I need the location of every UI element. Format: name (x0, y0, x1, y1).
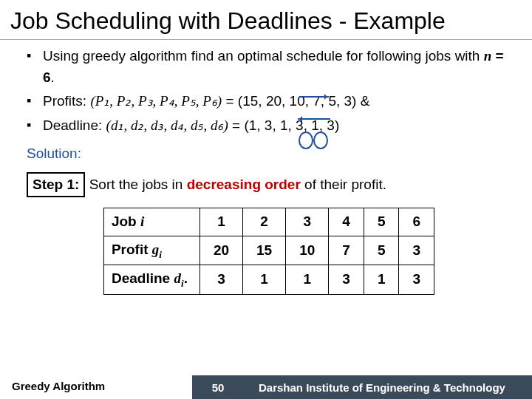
cell: 3 (200, 265, 242, 295)
cell: 3 (399, 236, 434, 265)
cell: 3 (399, 265, 434, 295)
footer-right: Darshan Institute of Engineering & Techn… (244, 375, 532, 399)
var-n: n (484, 48, 492, 64)
cell: 2 (243, 208, 286, 236)
page-title: Job Scheduling with Deadlines - Example (0, 0, 532, 39)
solution-label: Solution: (27, 143, 511, 165)
eq: = (228, 117, 245, 133)
amp: & (356, 93, 369, 109)
cell: 4 (329, 208, 364, 236)
cell: 5 (364, 236, 399, 265)
deadlines-lhs: (d₁, d₂, d₃, d₄, d₅, d₆) (106, 117, 228, 133)
content-area: Using greedy algorithm find an optimal s… (0, 46, 532, 295)
row-label-job: Job i (103, 208, 200, 236)
table-row: Profit gi 20 15 10 7 5 3 (103, 236, 434, 265)
cell: 7 (329, 236, 364, 265)
cell: 15 (243, 236, 286, 265)
cell: 3 (329, 265, 364, 295)
step1-post: of their profit. (301, 177, 386, 192)
eq: = (491, 48, 503, 64)
bullet-deadlines: Deadline: (d₁, d₂, d₃, d₄, d₅, d₆) = (1,… (27, 115, 511, 137)
cell: 1 (286, 265, 329, 295)
row-label-profit: Profit gi (103, 236, 200, 265)
footer-left: Greedy Algorithm (0, 375, 192, 399)
cell: 1 (243, 265, 286, 295)
title-underline (0, 39, 532, 40)
profits-rhs: (15, 20, 10, 7, 5, 3) (238, 93, 357, 109)
table-row: Job i 1 2 3 4 5 6 (103, 208, 434, 236)
cell: 1 (364, 265, 399, 295)
cell: 5 (364, 208, 399, 236)
text: . (51, 69, 55, 85)
jobs-table: Job i 1 2 3 4 5 6 Profit gi 20 15 10 7 5… (103, 208, 434, 295)
cell: 3 (286, 208, 329, 236)
step1-emph: decreasing order (187, 177, 301, 192)
bullet-profits: Profits: (P₁, P₂, P₃, P₄, P₅, P₆) = (15,… (27, 91, 511, 112)
text: Using greedy algorithm find an optimal s… (43, 48, 484, 64)
footer: Greedy Algorithm 50 Darshan Institute of… (0, 375, 532, 399)
eq: = (222, 93, 238, 109)
label: Profits: (43, 93, 90, 109)
profits-lhs: (P₁, P₂, P₃, P₄, P₅, P₆) (90, 93, 222, 109)
step1-row: Step 1: Sort the jobs in decreasing orde… (27, 172, 511, 198)
cell: 20 (200, 236, 242, 265)
cell: 1 (200, 208, 242, 236)
step1-box: Step 1: (27, 172, 85, 198)
deadlines-rhs: (1, 3, 1, 3, 1, 3) (244, 117, 339, 133)
bullet-problem: Using greedy algorithm find an optimal s… (27, 46, 511, 88)
val-n: 6 (43, 69, 51, 85)
footer-page-number: 50 (192, 375, 244, 399)
cell: 6 (399, 208, 434, 236)
table-row: Deadline di. 3 1 1 3 1 3 (103, 265, 434, 295)
step1-pre: Sort the jobs in (85, 177, 186, 192)
row-label-deadline: Deadline di. (103, 265, 200, 295)
label: Deadline: (43, 117, 106, 133)
cell: 10 (286, 236, 329, 265)
